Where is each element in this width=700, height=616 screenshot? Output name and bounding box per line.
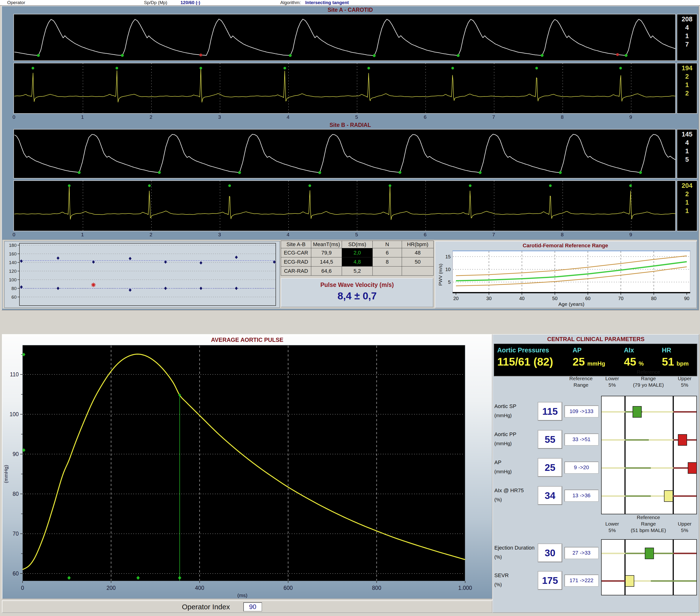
table-cell-sd: 4,8 (342, 257, 373, 266)
ecg-a-plot (13, 63, 676, 114)
spdp-label: Sp/Dp (Mp) (144, 0, 167, 5)
time-axis-tick: 3 (214, 232, 225, 238)
param-unit: (mmHg) (494, 469, 512, 475)
time-axis-tick: 0 (9, 232, 19, 238)
scatter-ytick-label: 160 (9, 251, 16, 256)
range-line-segment (602, 439, 625, 441)
aortic-ytick-label: 60 (12, 570, 19, 577)
param-ref-range-box: 171 ->222 (564, 575, 599, 587)
aortic-xtick-label: 800 (372, 585, 381, 591)
aortic-ytick-label: 80 (12, 491, 19, 497)
r-peak-marker (32, 67, 34, 70)
table-cell-site: ECG-RAD (281, 257, 311, 266)
param-unit: (%) (494, 554, 502, 560)
param-marker-yellow (664, 490, 673, 502)
onset-marker-green (78, 171, 80, 174)
aortic-ytick-label: 110 (10, 371, 19, 378)
onset-marker-green (373, 54, 376, 57)
ecg-a-scale-info: 194212 (677, 63, 697, 114)
ecg-a-trace (14, 68, 675, 102)
ecg-b-scale-value: 1 (677, 198, 697, 207)
timing-table-wrap: Site A-BMeanT(ms)SD(ms)NHR(bpm) ECG-CAR7… (281, 241, 434, 277)
table-cell-hr: 48 (402, 248, 434, 257)
range-line-segment (651, 467, 673, 469)
range-line-segment (673, 411, 696, 413)
param-unit: (%) (494, 497, 502, 503)
r-peak-marker (535, 67, 538, 70)
range-line-segment (642, 411, 673, 413)
r-peak-marker (367, 67, 370, 70)
param-value-box: 25 (538, 458, 562, 477)
scatter-ytick-label: 180 (9, 243, 16, 248)
operator-index-bar: Operator Index 90 (2, 600, 492, 613)
pwv-analysis-screen: Operator Sp/Dp (Mp) 120/60 (-) Algorithm… (0, 0, 700, 616)
rejected-marker-red (199, 53, 202, 56)
range-line-segment (651, 580, 696, 582)
algorithm-label: Algorithm: (280, 0, 301, 5)
time-axis-tick: 1 (77, 114, 88, 120)
zone-divider (673, 540, 674, 595)
range-line-segment (673, 495, 696, 497)
zone-header-line: Upper (669, 520, 700, 527)
param-value-box: 30 (538, 544, 562, 562)
r-peak-marker (284, 67, 286, 70)
param-unit: (mmHg) (494, 441, 512, 447)
clinical-parameters: ReferenceRangeLower5%ReferenceRange(79 y… (493, 335, 698, 612)
table-cell-n: 6 (373, 248, 402, 257)
ref-xtick-label: 80 (651, 296, 656, 301)
interval-point (129, 288, 132, 292)
scatter-ytick-label: 120 (9, 269, 16, 274)
ref-plot-area (453, 251, 690, 293)
r-peak-marker (620, 67, 622, 70)
time-axis-tick: 8 (557, 232, 567, 238)
carotid-pulse-plot (13, 14, 676, 61)
interval-point (199, 261, 202, 265)
table-header: SD(ms) (342, 241, 373, 248)
r-peak-marker (308, 185, 311, 187)
param-value-box: 175 (538, 571, 562, 590)
r-peak-marker (389, 185, 391, 187)
range-line-segment (625, 495, 651, 497)
ecg-a-scale-value: 2 (677, 89, 697, 98)
r-peak-marker (115, 67, 118, 70)
table-cell-hr (402, 266, 434, 276)
zone-header-line: (79 yo MALE) (622, 382, 675, 388)
onset-marker-green (479, 171, 482, 174)
r-peak-marker (68, 185, 71, 187)
table-header: HR(bpm) (402, 241, 434, 248)
operator-label: Operator (7, 0, 25, 5)
interval-point (92, 260, 95, 264)
zone-header-line: Reference (622, 514, 675, 520)
aortic-plot-area (23, 345, 465, 581)
param-value-box: 34 (538, 487, 562, 505)
operator-index-label: Operator Index (2, 603, 230, 611)
time-axis-tick: 2 (146, 114, 156, 120)
time-axis-tick: 5 (351, 232, 362, 238)
aortic-ytick-label: 100 (10, 411, 19, 417)
scatter-ytick-label: 140 (9, 260, 16, 265)
onset-marker-green (541, 54, 543, 57)
radial-scale-value: 5 (677, 155, 697, 164)
pwv-result-box: Pulse Wave Velocity (m/s) 8,4 ± 0,7 (281, 278, 434, 307)
r-peak-marker (469, 185, 472, 187)
time-axis-tick: 2 (146, 232, 156, 238)
carotid-trace (14, 19, 675, 56)
aortic-chart-title: AVERAGE AORTIC PULSE (2, 337, 492, 343)
algorithm-value: Intersecting tangent (305, 0, 349, 5)
interval-point (20, 260, 23, 263)
capture-panel: Site A - CAROTID 208417 194212 012345678… (1, 6, 699, 311)
time-axis-tick: 9 (625, 232, 636, 238)
results-strip: 1801601401201008060 Site A-BMeanT(ms)SD(… (2, 239, 697, 309)
aortic-xtick-label: 200 (107, 585, 116, 591)
zone-header: Upper5% (669, 520, 700, 533)
time-axis-tick: 1 (77, 232, 88, 238)
param-ref-range-box: 27 ->33 (564, 547, 599, 559)
operator-index-field[interactable]: 90 (243, 602, 262, 612)
ref-ytick-label: 10 (446, 267, 451, 272)
site-b-title: Site B - RADIAL (2, 122, 699, 128)
radial-scale-value: 4 (677, 139, 697, 147)
onset-marker-green (158, 171, 161, 174)
range-line-segment (673, 553, 696, 554)
carotid-scale-value: 208 (677, 15, 697, 24)
ecg-b-scale-value: 204 (677, 181, 697, 190)
